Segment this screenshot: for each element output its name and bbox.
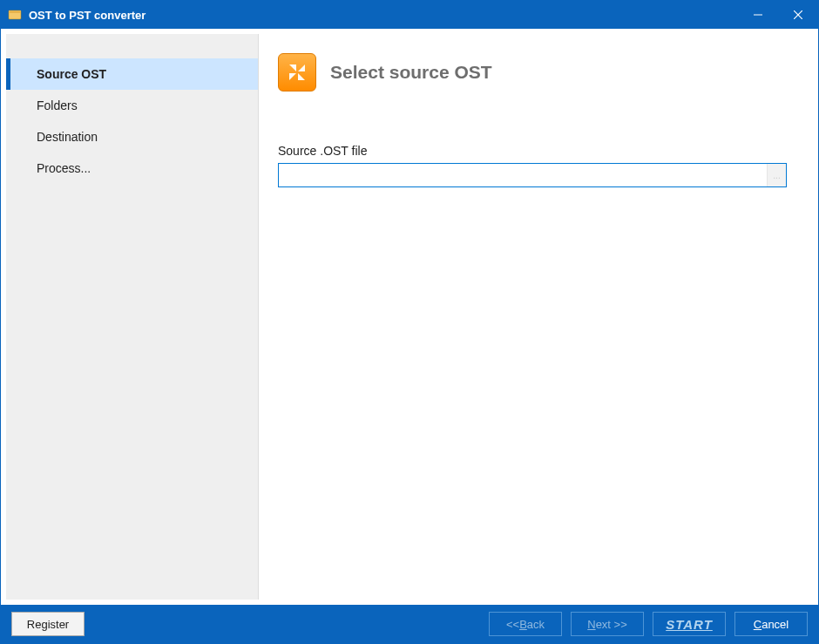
page-title: Select source OST <box>330 62 492 83</box>
sidebar-item-label: Source OST <box>37 67 106 81</box>
back-prefix: << <box>506 618 519 631</box>
convert-icon <box>278 53 316 92</box>
start-button[interactable]: START <box>653 612 726 636</box>
cancel-rest: ancel <box>761 618 789 631</box>
titlebar: OST to PST converter <box>1 1 818 29</box>
source-file-field: ... <box>278 163 787 187</box>
svg-rect-1 <box>9 10 21 13</box>
back-mnemonic: B <box>519 618 527 631</box>
sidebar-item-process[interactable]: Process... <box>6 153 258 184</box>
back-button[interactable]: << Back <box>489 612 562 636</box>
back-rest: ack <box>527 618 545 631</box>
window-title: OST to PST converter <box>29 9 146 22</box>
app-window: OST to PST converter Source OST Folders <box>0 0 819 644</box>
register-button[interactable]: Register <box>11 612 85 636</box>
cancel-mnemonic: C <box>754 618 761 631</box>
sidebar: Source OST Folders Destination Process..… <box>6 34 259 600</box>
next-mnemonic: N <box>587 618 595 631</box>
next-rest: ext >> <box>596 618 627 631</box>
next-button[interactable]: Next >> <box>571 612 644 636</box>
footer: Register << Back Next >> START Cancel <box>1 605 818 643</box>
sidebar-item-label: Folders <box>37 98 78 112</box>
sidebar-item-destination[interactable]: Destination <box>6 121 258 153</box>
body: Source OST Folders Destination Process..… <box>1 29 818 605</box>
sidebar-item-label: Destination <box>37 130 98 144</box>
source-file-label: Source .OST file <box>278 144 789 158</box>
sidebar-item-label: Process... <box>37 161 91 175</box>
sidebar-item-folders[interactable]: Folders <box>6 90 258 121</box>
close-button[interactable] <box>778 1 818 29</box>
main-panel: Select source OST Source .OST file ... <box>259 34 813 600</box>
app-icon <box>8 8 22 22</box>
browse-button[interactable]: ... <box>767 164 786 186</box>
page-header: Select source OST <box>278 53 789 92</box>
source-file-input[interactable] <box>279 164 767 186</box>
sidebar-item-source-ost[interactable]: Source OST <box>6 58 258 90</box>
cancel-button[interactable]: Cancel <box>734 612 808 636</box>
window-controls <box>738 1 818 29</box>
minimize-button[interactable] <box>738 1 778 29</box>
